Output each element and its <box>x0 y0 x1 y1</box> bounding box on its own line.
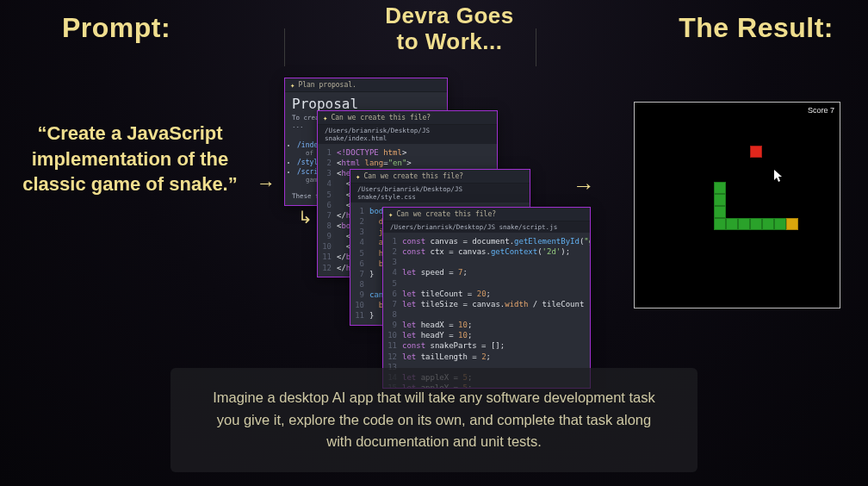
snake-cell <box>774 218 786 230</box>
panel-question: Can we create this file? <box>396 210 496 218</box>
panel-titlebar: ✦ Can we create this file? <box>318 111 497 125</box>
snake-cell <box>714 206 726 218</box>
headers: Prompt: Devra Goes to Work... The Result… <box>0 7 868 67</box>
panel-question: Can we create this file? <box>363 172 463 180</box>
sparkle-icon: ✦ <box>323 114 327 122</box>
stage: Prompt: Devra Goes to Work... The Result… <box>0 0 868 486</box>
panel-titlebar: ✦ Can we create this file? <box>383 208 590 221</box>
sparkle-icon: ✦ <box>290 81 294 90</box>
header-prompt: Prompt: <box>62 12 170 44</box>
sparkle-icon: ✦ <box>356 172 360 181</box>
snake-cell <box>714 194 726 206</box>
file-path: /Users/brianrisk/Desktop/JS snake/style.… <box>350 184 530 202</box>
panel-titlebar: ✦ Can we create this file? <box>350 170 530 184</box>
food-cell <box>750 146 762 158</box>
cursor-icon <box>774 170 784 186</box>
divider <box>284 28 285 66</box>
snake-cell <box>714 218 726 230</box>
snake-head-cell <box>786 218 798 230</box>
panel-title: Plan proposal. <box>298 81 356 89</box>
game-canvas: Score 7 <box>634 102 840 308</box>
file-path: /Users/brianrisk/Desktop/JS snake/index.… <box>318 125 497 144</box>
arrow-right-icon: → <box>257 172 276 195</box>
snake-cell <box>762 218 774 230</box>
panel-file-js: ✦ Can we create this file? /Users/brianr… <box>382 207 591 389</box>
snake-cell <box>750 218 762 230</box>
panel-titlebar: ✦ Plan proposal. <box>285 78 447 92</box>
sparkle-icon: ✦ <box>388 210 393 219</box>
header-result: The Result: <box>679 12 834 44</box>
arrow-right-icon: → <box>573 172 595 199</box>
snake-cell <box>738 218 750 230</box>
code-body: 1const canvas = document.getElementById(… <box>383 233 590 388</box>
snake-cell <box>726 218 738 230</box>
footer-blurb: Imagine a desktop AI app that will take … <box>170 368 698 472</box>
panel-question: Can we create this file? <box>331 114 431 122</box>
file-path: /Users/brianrisk/Desktop/JS snake/script… <box>383 221 590 233</box>
prompt-text: “Create a JavaScript implementation of t… <box>5 121 255 197</box>
snake-cell <box>714 182 726 194</box>
turn-arrow-icon: ↳ <box>298 207 313 227</box>
divider <box>536 28 536 66</box>
score-label: Score 7 <box>808 106 834 115</box>
header-work-l2: to Work... <box>372 29 527 55</box>
header-work-l1: Devra Goes <box>372 3 527 29</box>
header-work: Devra Goes to Work... <box>372 3 527 55</box>
